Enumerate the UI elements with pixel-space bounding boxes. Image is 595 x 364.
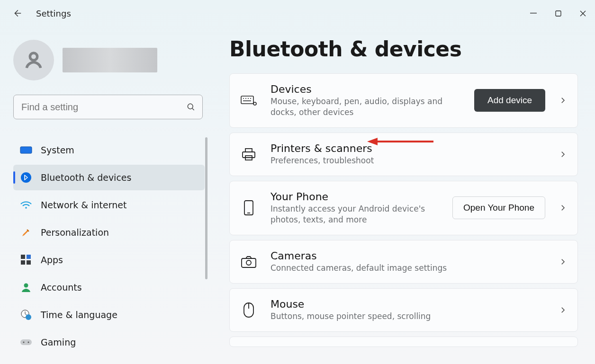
gamepad-icon (20, 336, 32, 348)
main-content: Bluetooth & devices Devices Mouse, keybo… (218, 27, 595, 364)
wifi-icon (20, 199, 32, 211)
nav-item-gaming[interactable]: Gaming (13, 329, 205, 355)
nav-item-personalization[interactable]: Personalization (13, 220, 205, 245)
chevron-right-icon (559, 257, 567, 266)
open-your-phone-button[interactable]: Open Your Phone (452, 196, 545, 219)
nav-item-network[interactable]: Network & internet (13, 192, 205, 218)
titlebar: Settings (0, 0, 595, 27)
svg-rect-8 (21, 255, 25, 259)
card-subtitle: Buttons, mouse pointer speed, scrolling (270, 311, 545, 322)
svg-point-17 (28, 342, 29, 343)
scrollbar[interactable] (205, 137, 207, 279)
clock-globe-icon (20, 309, 32, 321)
add-device-button[interactable]: Add device (474, 89, 545, 112)
svg-rect-27 (242, 258, 256, 267)
close-icon (580, 10, 586, 17)
card-title: Your Phone (270, 191, 439, 203)
phone-icon (240, 199, 257, 216)
svg-point-16 (23, 342, 25, 343)
nav-item-apps[interactable]: Apps (13, 247, 205, 273)
card-title: Cameras (270, 250, 545, 262)
card-title: Mouse (270, 298, 545, 310)
nav-item-accounts[interactable]: Accounts (13, 275, 205, 300)
nav-label: Time & language (41, 310, 117, 320)
card-subtitle: Preferences, troubleshoot (270, 155, 545, 166)
account-name-redacted (63, 48, 157, 72)
minimize-button[interactable] (521, 0, 546, 27)
card-title: Devices (270, 83, 461, 95)
keyboard-icon (240, 92, 257, 109)
maximize-icon (555, 10, 561, 17)
svg-rect-11 (27, 260, 31, 265)
svg-rect-1 (556, 11, 561, 16)
svg-point-28 (246, 260, 251, 265)
maximize-button[interactable] (546, 0, 570, 27)
chevron-right-icon (559, 306, 567, 314)
page-title: Bluetooth & devices (229, 37, 578, 61)
card-partial-next[interactable] (229, 337, 578, 347)
svg-rect-0 (530, 13, 537, 13)
svg-point-14 (26, 314, 31, 320)
nav-item-system[interactable]: System (13, 137, 205, 163)
account-row[interactable] (13, 40, 211, 80)
nav-item-bluetooth-devices[interactable]: Bluetooth & devices (13, 165, 205, 190)
account-icon (20, 281, 32, 293)
minimize-icon (530, 10, 537, 17)
svg-rect-4 (20, 147, 32, 153)
chevron-right-icon (559, 204, 567, 212)
search-box[interactable] (13, 95, 203, 119)
display-icon (20, 144, 32, 156)
svg-point-6 (21, 172, 31, 183)
back-arrow-icon (12, 8, 22, 18)
svg-point-7 (25, 207, 27, 209)
svg-point-2 (30, 53, 37, 60)
svg-rect-15 (20, 339, 32, 345)
svg-rect-21 (245, 149, 252, 152)
search-input[interactable] (21, 102, 180, 113)
svg-rect-10 (21, 260, 25, 265)
sidebar: System Bluetooth & devices Network & int… (0, 27, 218, 364)
avatar (13, 40, 54, 80)
nav-item-time-language[interactable]: Time & language (13, 302, 205, 328)
card-cameras[interactable]: Cameras Connected cameras, default image… (229, 240, 578, 284)
card-mouse[interactable]: Mouse Buttons, mouse pointer speed, scro… (229, 288, 578, 332)
card-list: Devices Mouse, keyboard, pen, audio, dis… (229, 73, 578, 347)
svg-rect-20 (243, 152, 255, 158)
card-printers-scanners[interactable]: Printers & scanners Preferences, trouble… (229, 133, 578, 176)
svg-point-12 (24, 284, 28, 288)
mouse-icon (240, 302, 257, 319)
person-icon (23, 50, 44, 71)
svg-point-3 (188, 104, 193, 109)
svg-rect-9 (27, 255, 31, 259)
bluetooth-icon (20, 171, 32, 184)
printer-icon (240, 146, 257, 163)
card-subtitle: Instantly access your Android device's p… (270, 204, 439, 225)
nav-label: System (41, 145, 74, 155)
nav-label: Bluetooth & devices (41, 172, 131, 183)
back-button[interactable] (9, 6, 25, 21)
card-devices[interactable]: Devices Mouse, keyboard, pen, audio, dis… (229, 73, 578, 128)
card-title: Printers & scanners (270, 142, 545, 154)
chevron-right-icon (559, 150, 567, 159)
paintbrush-icon (20, 226, 32, 239)
camera-icon (240, 253, 257, 270)
nav-label: Personalization (41, 227, 109, 238)
svg-rect-18 (241, 96, 253, 104)
nav-label: Gaming (41, 337, 76, 347)
card-subtitle: Mouse, keyboard, pen, audio, displays an… (270, 96, 461, 118)
nav-label: Network & internet (41, 200, 126, 210)
nav-list: System Bluetooth & devices Network & int… (13, 137, 211, 355)
nav-label: Apps (41, 255, 63, 265)
chevron-right-icon (559, 96, 567, 105)
close-button[interactable] (570, 0, 595, 27)
apps-icon (20, 254, 32, 266)
svg-point-19 (253, 102, 256, 105)
card-subtitle: Connected cameras, default image setting… (270, 263, 545, 274)
search-icon (186, 102, 196, 112)
nav-label: Accounts (41, 282, 82, 293)
card-your-phone[interactable]: Your Phone Instantly access your Android… (229, 181, 578, 235)
app-title: Settings (36, 9, 71, 18)
